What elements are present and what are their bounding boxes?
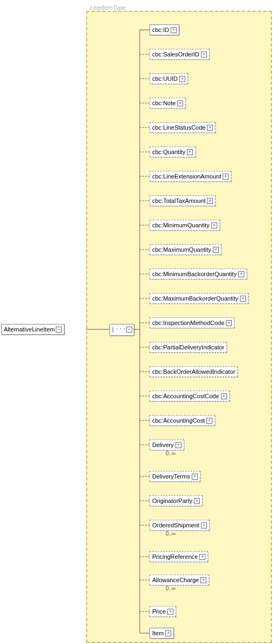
cardinality-label: 0..∞ <box>166 450 176 456</box>
element-label: cbc:MaximumQuantity <box>152 246 211 253</box>
element-label: cbc:MinimumQuantity <box>152 222 210 228</box>
expand-icon[interactable] <box>206 418 212 424</box>
schema-element[interactable]: cbc:SalesOrderID <box>150 49 210 60</box>
expand-icon[interactable] <box>176 442 181 448</box>
expand-icon[interactable] <box>165 630 171 636</box>
element-label: OriginatorParty <box>152 498 192 504</box>
schema-element[interactable]: cbc:LineStatusCode <box>150 122 216 133</box>
expand-icon[interactable] <box>177 100 183 106</box>
schema-element[interactable]: cbc:InspectionMethodCode <box>150 317 235 328</box>
element-label: cbc:LineStatusCode <box>152 124 205 131</box>
schema-element[interactable]: Item <box>150 628 174 639</box>
schema-element[interactable]: cbc:LineExtensionAmount <box>150 171 231 182</box>
schema-element[interactable]: cbc:MinimumBackorderQuantity <box>150 269 247 279</box>
expand-icon[interactable] <box>167 609 173 615</box>
expand-icon[interactable] <box>207 125 213 131</box>
expand-icon[interactable] <box>221 393 227 399</box>
cardinality-label: 0..∞ <box>166 585 176 591</box>
schema-element[interactable]: cbc:MinimumQuantity <box>150 220 220 231</box>
element-label: OrderedShipment <box>152 522 199 528</box>
element-label: cbc:TotalTaxAmount <box>152 197 205 204</box>
schema-element[interactable]: OriginatorParty <box>150 495 203 506</box>
cardinality-label: 0..∞ <box>166 531 176 537</box>
schema-element[interactable]: cbc:AccountingCost <box>150 415 215 426</box>
element-label: cbc:Note <box>152 100 176 106</box>
element-label: cbc:AccountingCost <box>152 417 205 424</box>
collapse-icon[interactable] <box>126 327 132 333</box>
element-label: Item <box>152 630 164 636</box>
element-label: cbc:PartialDeliveryIndicator <box>152 344 224 350</box>
type-label: LineItemType <box>90 4 126 11</box>
element-label: cbc:LineExtensionAmount <box>152 173 221 180</box>
root-element-label: AlternativeLineItem <box>4 326 55 333</box>
element-label: cbc:BackOrderAllowedIndicator <box>152 368 235 375</box>
schema-element[interactable]: OrderedShipment <box>150 520 210 531</box>
schema-element[interactable]: cbc:BackOrderAllowedIndicator <box>150 366 238 377</box>
expand-icon[interactable] <box>199 554 205 560</box>
element-label: Delivery <box>152 442 174 448</box>
element-label: DeliveryTerms <box>152 473 190 480</box>
schema-element[interactable]: Delivery <box>150 439 184 450</box>
collapse-icon[interactable] <box>56 327 62 333</box>
expand-icon[interactable] <box>240 296 246 302</box>
schema-element[interactable]: AllowanceCharge <box>150 575 209 585</box>
schema-element[interactable]: cbc:MaximumBackorderQuantity <box>150 293 249 304</box>
expand-icon[interactable] <box>238 271 244 277</box>
root-element[interactable]: AlternativeLineItem <box>1 324 64 335</box>
expand-icon[interactable] <box>213 247 219 253</box>
expand-icon[interactable] <box>201 52 207 58</box>
element-label: AllowanceCharge <box>152 577 199 583</box>
schema-element[interactable]: Price <box>150 606 176 617</box>
element-label: cbc:MinimumBackorderQuantity <box>152 271 237 277</box>
schema-element[interactable]: cbc:UUID <box>150 73 188 84</box>
element-label: cbc:MaximumBackorderQuantity <box>152 295 238 302</box>
element-label: Price <box>152 608 166 615</box>
expand-icon[interactable] <box>226 320 232 326</box>
schema-element[interactable]: cbc:Note <box>150 98 186 109</box>
expand-icon[interactable] <box>201 522 207 528</box>
element-label: PricingReference <box>152 553 198 560</box>
expand-icon[interactable] <box>211 222 217 228</box>
schema-element[interactable]: DeliveryTerms <box>150 471 200 482</box>
schema-element[interactable]: cbc:MaximumQuantity <box>150 244 222 255</box>
expand-icon[interactable] <box>207 198 213 204</box>
expand-icon[interactable] <box>192 474 198 480</box>
expand-icon[interactable] <box>200 577 206 583</box>
element-label: cbc:SalesOrderID <box>152 51 199 58</box>
schema-element[interactable]: cbc:TotalTaxAmount <box>150 195 216 206</box>
element-label: cbc:InspectionMethodCode <box>152 320 224 326</box>
sequence-compositor[interactable] <box>109 324 134 336</box>
schema-element[interactable]: cbc:PartialDeliveryIndicator <box>150 342 227 353</box>
expand-icon[interactable] <box>223 174 229 180</box>
expand-icon[interactable] <box>187 149 193 155</box>
element-label: cbc:Quantity <box>152 149 185 155</box>
schema-element[interactable]: cbc:Quantity <box>150 146 196 157</box>
schema-element[interactable]: cbc:ID <box>150 24 179 35</box>
schema-element[interactable]: cbc:AccountingCostCode <box>150 391 230 401</box>
element-label: cbc:ID <box>152 27 169 33</box>
expand-icon[interactable] <box>171 27 177 33</box>
element-label: cbc:AccountingCostCode <box>152 393 219 399</box>
element-label: cbc:UUID <box>152 75 178 82</box>
expand-icon[interactable] <box>194 498 200 504</box>
expand-icon[interactable] <box>179 76 185 82</box>
schema-element[interactable]: PricingReference <box>150 551 208 562</box>
